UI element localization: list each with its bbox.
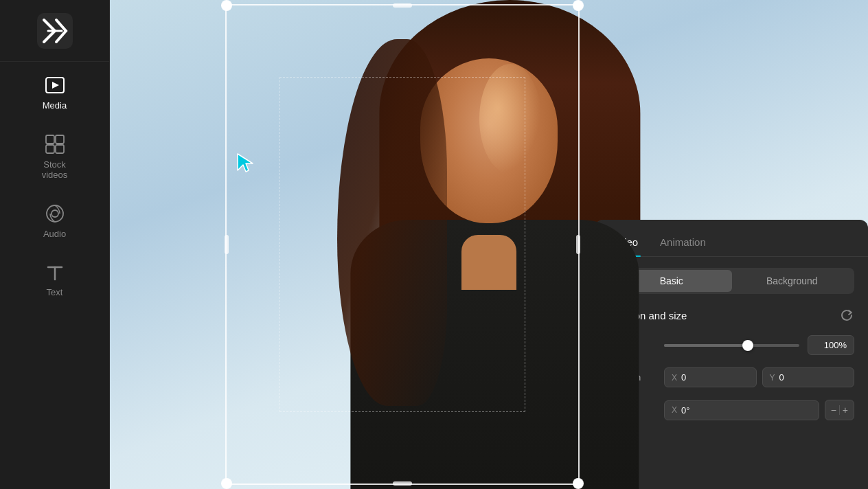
x-value: 0 xyxy=(681,372,686,383)
svg-point-8 xyxy=(52,210,58,217)
rotate-x-input[interactable]: X 0° xyxy=(664,400,819,420)
text-icon xyxy=(44,261,66,283)
svg-marker-11 xyxy=(238,154,253,172)
sidebar: Media Stockvideos Audio xyxy=(0,0,110,489)
logo-icon xyxy=(37,13,73,49)
tab-animation[interactable]: Animation xyxy=(657,231,709,256)
position-y-input[interactable]: Y 0 xyxy=(762,367,855,387)
main-content: Video Animation Basic Background Positio… xyxy=(110,0,868,489)
audio-icon xyxy=(44,203,66,225)
position-control-row: Position X 0 Y 0 xyxy=(609,367,854,387)
section-header: Position and size xyxy=(609,308,854,323)
handle-top-right[interactable] xyxy=(573,0,584,11)
handle-bottom-left[interactable] xyxy=(221,478,232,489)
handle-bottom-mid[interactable] xyxy=(393,481,412,486)
stepper-plus[interactable]: + xyxy=(843,405,848,416)
sidebar-item-text[interactable]: Text xyxy=(0,249,109,308)
selection-box xyxy=(225,4,580,485)
svg-rect-6 xyxy=(56,145,64,153)
rotate-inputs: X 0° − + xyxy=(664,400,854,420)
handle-top-mid[interactable] xyxy=(393,3,412,8)
svg-marker-2 xyxy=(52,82,59,89)
size-value-input[interactable]: 100% xyxy=(808,335,854,355)
sidebar-item-media-label: Media xyxy=(43,100,67,111)
stepper-divider xyxy=(839,405,840,415)
size-slider[interactable] xyxy=(664,344,799,347)
sidebar-item-stock-label: Stockvideos xyxy=(42,159,68,181)
rotate-stepper[interactable]: − + xyxy=(825,400,854,420)
svg-rect-5 xyxy=(46,145,54,153)
inner-guide xyxy=(279,77,525,411)
y-value: 0 xyxy=(779,372,784,383)
position-inputs: X 0 Y 0 xyxy=(664,367,854,387)
handle-right-mid[interactable] xyxy=(576,235,580,254)
svg-point-7 xyxy=(47,205,63,222)
handle-bottom-right[interactable] xyxy=(573,478,584,489)
media-icon xyxy=(44,74,66,96)
stepper-minus[interactable]: − xyxy=(831,405,836,416)
sidebar-item-text-label: Text xyxy=(47,287,63,298)
svg-rect-4 xyxy=(56,135,64,144)
svg-rect-3 xyxy=(46,135,54,144)
sub-tab-background[interactable]: Background xyxy=(732,270,853,292)
reset-icon[interactable] xyxy=(839,308,854,323)
handle-left-mid[interactable] xyxy=(225,235,229,254)
stock-videos-icon xyxy=(44,133,66,155)
position-x-input[interactable]: X 0 xyxy=(664,367,757,387)
size-control-row: Size 100% xyxy=(609,335,854,355)
size-slider-thumb[interactable] xyxy=(742,340,753,351)
panel-tabs: Video Animation xyxy=(595,220,868,257)
sidebar-item-audio[interactable]: Audio xyxy=(0,190,109,249)
app-logo xyxy=(0,0,109,62)
sub-tabs: Basic Background xyxy=(609,268,854,294)
x-label: X xyxy=(672,373,677,383)
size-slider-fill xyxy=(664,344,748,347)
handle-top-left[interactable] xyxy=(221,0,232,11)
cursor-icon xyxy=(235,151,260,176)
rotate-control-row: Rotate X 0° − + xyxy=(609,400,854,420)
sidebar-item-audio-label: Audio xyxy=(43,229,66,240)
rotate-x-label: X xyxy=(672,405,677,415)
sidebar-item-stock-videos[interactable]: Stockvideos xyxy=(0,121,109,190)
rotate-x-value: 0° xyxy=(681,405,689,416)
sidebar-item-media[interactable]: Media xyxy=(0,62,109,121)
y-label: Y xyxy=(770,373,775,383)
